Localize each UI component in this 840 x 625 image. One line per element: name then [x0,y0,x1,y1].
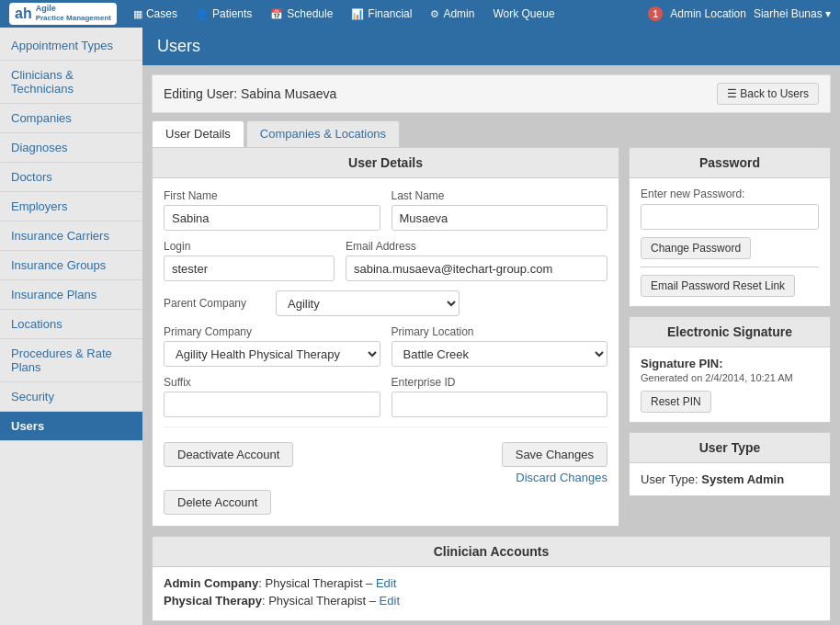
sidebar-item-appointment-types[interactable]: Appointment Types [0,31,142,61]
nav-right: 1 Admin Location Siarhei Bunas ▾ [648,6,831,21]
logo-text: AgilePractice Management [36,5,111,23]
tab-companies-locations[interactable]: Companies & Locations [246,120,400,147]
sidebar-item-companies[interactable]: Companies [0,104,142,133]
primary-company-group: Primary Company Agility Health Physical … [164,325,380,367]
app-logo: ah AgilePractice Management [9,3,117,25]
nav-financial[interactable]: 📊Financial [342,0,421,28]
pw-divider [641,267,819,267]
email-group: Email Address [346,240,607,281]
sidebar-item-users[interactable]: Users [0,412,142,441]
clinician-panel-body: Admin Company: Physical Therapist – Edit… [153,567,830,620]
nav-workqueue[interactable]: Work Queue [483,0,563,28]
email-reset-link-button[interactable]: Email Password Reset Link [641,275,795,297]
usertype-label: User Type: [641,472,698,486]
reset-pin-button[interactable]: Reset PIN [641,391,711,413]
delete-account-button[interactable]: Delete Account [164,490,271,515]
parent-company-select[interactable]: Agility [276,290,460,316]
tab-user-details[interactable]: User Details [152,120,244,147]
editing-user-label: Editing User: Sabina Musaeva [164,86,336,101]
right-buttons: Save Changes Discard Changes [502,442,607,484]
nav-patients[interactable]: 👤Patients [187,0,261,28]
buttons-row: Deactivate Account Save Changes Discard … [164,437,607,484]
page-header: Users [142,28,840,65]
clinician-panel-title: Clinician Accounts [153,537,830,567]
sidebar-item-insurance-carriers[interactable]: Insurance Carriers [0,222,142,251]
list-icon: ☰ [727,87,737,100]
tabs-container: User Details Companies & Locations [152,120,831,147]
primary-location-select[interactable]: Battle Creek [392,341,608,367]
last-name-input[interactable] [392,205,608,231]
login-input[interactable] [164,256,335,281]
email-label: Email Address [346,240,607,253]
user-details-panel-title: User Details [153,148,619,178]
login-group: Login [164,240,335,281]
suffix-label: Suffix [164,376,380,389]
nav-admin[interactable]: ⚙Admin [421,0,483,28]
user-details-form-panel: User Details First Name Last Name [152,147,619,527]
clinician-edit-1[interactable]: Edit [380,594,400,608]
email-input[interactable] [346,256,607,281]
usertype-panel: User Type User Type: System Admin [629,432,831,496]
back-to-users-button[interactable]: ☰ Back to Users [717,83,819,105]
sidebar-item-insurance-plans[interactable]: Insurance Plans [0,280,142,310]
enter-password-label: Enter new Password: [641,188,819,200]
suffix-enterprise-row: Suffix Enterprise ID [164,376,607,417]
usertype-value: System Admin [701,472,784,486]
suffix-group: Suffix [164,376,380,417]
sidebar-item-insurance-groups[interactable]: Insurance Groups [0,251,142,280]
login-email-row: Login Email Address [164,240,607,281]
clinician-edit-0[interactable]: Edit [376,576,396,590]
sidebar-item-diagnoses[interactable]: Diagnoses [0,133,142,163]
new-password-input[interactable] [641,204,819,230]
two-column-layout: User Details First Name Last Name [152,147,831,527]
alert-badge: 1 [648,6,663,21]
nav-schedule[interactable]: 📅Schedule [261,0,342,28]
sidebar-item-locations[interactable]: Locations [0,310,142,339]
clinician-company-0: Admin Company [164,576,258,590]
first-name-group: First Name [164,189,380,231]
save-changes-button[interactable]: Save Changes [502,442,607,467]
sidebar-item-procedures[interactable]: Procedures & Rate Plans [0,339,142,382]
editing-bar: Editing User: Sabina Musaeva ☰ Back to U… [152,74,831,113]
delete-row: Delete Account [164,490,607,515]
parent-company-row: Parent Company Agility [164,290,607,316]
clinician-company-1: Physical Therapy [164,594,262,608]
primary-location-group: Primary Location Battle Creek [392,325,608,367]
last-name-group: Last Name [392,189,608,231]
signature-panel-body: Signature PIN: Generated on 2/4/2014, 10… [630,347,830,422]
left-buttons: Deactivate Account [164,442,293,467]
change-password-button[interactable]: Change Password [641,237,751,259]
primary-company-select[interactable]: Agility Health Physical Therapy [164,341,380,367]
parent-company-label: Parent Company [164,297,265,310]
usertype-panel-body: User Type: System Admin [630,463,830,495]
suffix-input[interactable] [164,392,380,417]
password-panel: Password Enter new Password: Change Pass… [629,147,831,307]
signature-pin-sub: Generated on 2/4/2014, 10:21 AM [641,372,819,383]
logo-ah: ah [15,6,32,22]
layout: Appointment Types Clinicians & Technicia… [0,28,840,625]
main-content: Users Editing User: Sabina Musaeva ☰ Bac… [142,28,840,625]
admin-location-link[interactable]: Admin Location [670,7,746,20]
nav-cases[interactable]: ▦Cases [124,0,187,28]
signature-panel: Electronic Signature Signature PIN: Gene… [629,316,831,423]
sidebar-item-doctors[interactable]: Doctors [0,163,142,192]
discard-changes-link[interactable]: Discard Changes [516,471,607,484]
primary-location-label: Primary Location [392,325,608,338]
content-area: Editing User: Sabina Musaeva ☰ Back to U… [142,65,840,625]
signature-pin-label: Signature PIN: [641,357,819,370]
deactivate-account-button[interactable]: Deactivate Account [164,442,293,467]
enterprise-id-input[interactable] [392,392,608,417]
enterprise-id-label: Enterprise ID [392,376,608,389]
user-dropdown[interactable]: Siarhei Bunas ▾ [754,7,831,20]
first-name-label: First Name [164,189,380,202]
sidebar-item-security[interactable]: Security [0,382,142,412]
password-panel-title: Password [630,148,830,178]
sidebar-item-employers[interactable]: Employers [0,192,142,222]
tabs: User Details Companies & Locations [152,120,831,147]
nav-items: ▦Cases 👤Patients 📅Schedule 📊Financial ⚙A… [124,0,648,28]
usertype-text: User Type: System Admin [641,472,784,486]
right-panel: Password Enter new Password: Change Pass… [629,147,831,527]
password-panel-body: Enter new Password: Change Password Emai… [630,178,830,306]
first-name-input[interactable] [164,205,380,231]
sidebar-item-clinicians[interactable]: Clinicians & Technicians [0,61,142,104]
